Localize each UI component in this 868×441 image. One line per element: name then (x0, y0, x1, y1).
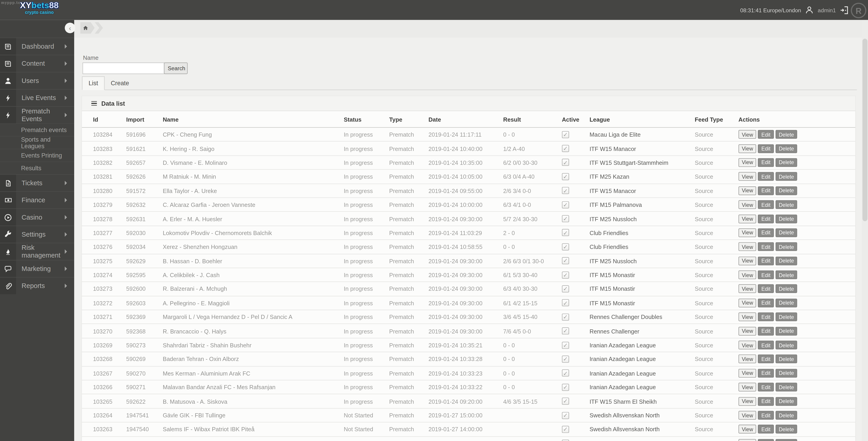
view-button[interactable]: View (739, 369, 756, 378)
view-button[interactable]: View (739, 158, 756, 167)
view-button[interactable]: View (739, 284, 756, 293)
edit-button[interactable]: Edit (758, 425, 774, 434)
edit-button[interactable]: Edit (758, 327, 774, 336)
view-button[interactable]: View (739, 257, 756, 265)
view-button[interactable]: View (739, 327, 756, 336)
view-button[interactable]: View (739, 439, 756, 441)
brand-logo[interactable]: XYbets88 crypto casino (13, 1, 66, 15)
active-checkbox[interactable]: ✓ (562, 383, 569, 391)
active-checkbox[interactable]: ✓ (562, 426, 569, 433)
name-filter-input[interactable] (82, 63, 164, 74)
view-button[interactable]: View (739, 425, 756, 434)
active-checkbox[interactable]: ✓ (562, 243, 569, 250)
view-button[interactable]: View (739, 242, 756, 251)
view-button[interactable]: View (739, 144, 756, 153)
sidebar-item-tickets[interactable]: Tickets (0, 174, 74, 191)
delete-button[interactable]: Delete (775, 257, 797, 265)
edit-button[interactable]: Edit (758, 341, 774, 349)
view-button[interactable]: View (739, 312, 756, 321)
sidebar-subitem-events-printing[interactable]: Events Printing (0, 149, 74, 161)
delete-button[interactable]: Delete (775, 411, 797, 420)
active-checkbox[interactable]: ✓ (562, 285, 569, 293)
edit-button[interactable]: Edit (758, 271, 774, 279)
sidebar-item-live-events[interactable]: Live Events (0, 89, 74, 106)
edit-button[interactable]: Edit (758, 228, 774, 237)
delete-button[interactable]: Delete (775, 284, 797, 293)
edit-button[interactable]: Edit (758, 312, 774, 321)
edit-button[interactable]: Edit (758, 411, 774, 420)
active-checkbox[interactable]: ✓ (562, 229, 569, 236)
delete-button[interactable]: Delete (775, 172, 797, 181)
active-checkbox[interactable]: ✓ (562, 187, 569, 194)
username[interactable]: admin1 (818, 7, 836, 13)
delete-button[interactable]: Delete (775, 214, 797, 223)
active-checkbox[interactable]: ✓ (562, 370, 569, 377)
view-button[interactable]: View (739, 172, 756, 181)
delete-button[interactable]: Delete (775, 369, 797, 378)
sidebar-subitem-prematch-events[interactable]: Prematch events (0, 123, 74, 136)
tab-list[interactable]: List (82, 76, 105, 90)
delete-button[interactable]: Delete (775, 228, 797, 237)
sidebar-collapse-button[interactable]: ‹ (65, 23, 75, 33)
tab-create[interactable]: Create (105, 77, 135, 90)
view-button[interactable]: View (739, 214, 756, 223)
view-button[interactable]: View (739, 383, 756, 392)
search-button[interactable]: Search (164, 63, 188, 74)
delete-button[interactable]: Delete (775, 383, 797, 392)
active-checkbox[interactable]: ✓ (562, 412, 569, 419)
view-button[interactable]: View (739, 397, 756, 406)
sidebar-item-reports[interactable]: Reports (0, 277, 74, 294)
view-button[interactable]: View (739, 341, 756, 349)
delete-button[interactable]: Delete (775, 439, 797, 441)
sidebar-item-users[interactable]: Users (0, 72, 74, 89)
active-checkbox[interactable]: ✓ (562, 271, 569, 278)
delete-button[interactable]: Delete (775, 200, 797, 209)
edit-button[interactable]: Edit (758, 257, 774, 265)
edit-button[interactable]: Edit (758, 383, 774, 392)
breadcrumb-home-button[interactable] (80, 22, 95, 34)
active-checkbox[interactable]: ✓ (562, 159, 569, 166)
view-button[interactable]: View (739, 130, 756, 139)
edit-button[interactable]: Edit (758, 397, 774, 406)
edit-button[interactable]: Edit (758, 242, 774, 251)
active-checkbox[interactable]: ✓ (562, 201, 569, 208)
edit-button[interactable]: Edit (758, 200, 774, 209)
edit-button[interactable]: Edit (758, 369, 774, 378)
view-button[interactable]: View (739, 271, 756, 279)
active-checkbox[interactable]: ✓ (562, 257, 569, 265)
sidebar-item-dashboard[interactable]: Dashboard (0, 37, 74, 55)
edit-button[interactable]: Edit (758, 214, 774, 223)
active-checkbox[interactable]: ✓ (562, 440, 569, 441)
delete-button[interactable]: Delete (775, 271, 797, 279)
view-button[interactable]: View (739, 200, 756, 209)
sidebar-subitem-sports-and-leagues[interactable]: Sports and Leagues (0, 136, 74, 149)
delete-button[interactable]: Delete (775, 144, 797, 153)
edit-button[interactable]: Edit (758, 284, 774, 293)
active-checkbox[interactable]: ✓ (562, 299, 569, 307)
delete-button[interactable]: Delete (775, 186, 797, 195)
edit-button[interactable]: Edit (758, 186, 774, 195)
delete-button[interactable]: Delete (775, 130, 797, 139)
view-button[interactable]: View (739, 186, 756, 195)
edit-button[interactable]: Edit (758, 172, 774, 181)
edit-button[interactable]: Edit (758, 299, 774, 307)
sidebar-subitem-results[interactable]: Results (0, 161, 74, 174)
delete-button[interactable]: Delete (775, 242, 797, 251)
sidebar-item-prematch-events[interactable]: Prematch Events (0, 106, 74, 123)
active-checkbox[interactable]: ✓ (562, 215, 569, 222)
edit-button[interactable]: Edit (758, 130, 774, 139)
view-button[interactable]: View (739, 299, 756, 307)
view-button[interactable]: View (739, 354, 756, 364)
delete-button[interactable]: Delete (775, 341, 797, 349)
active-checkbox[interactable]: ✓ (562, 173, 569, 180)
sidebar-item-risk-management[interactable]: Risk management (0, 243, 74, 260)
delete-button[interactable]: Delete (775, 299, 797, 307)
active-checkbox[interactable]: ✓ (562, 341, 569, 349)
delete-button[interactable]: Delete (775, 397, 797, 406)
sidebar-item-content[interactable]: Content (0, 55, 74, 72)
delete-button[interactable]: Delete (775, 158, 797, 167)
active-checkbox[interactable]: ✓ (562, 131, 569, 138)
sidebar-item-settings[interactable]: Settings (0, 226, 74, 242)
view-button[interactable]: View (739, 411, 756, 420)
edit-button[interactable]: Edit (758, 354, 774, 364)
